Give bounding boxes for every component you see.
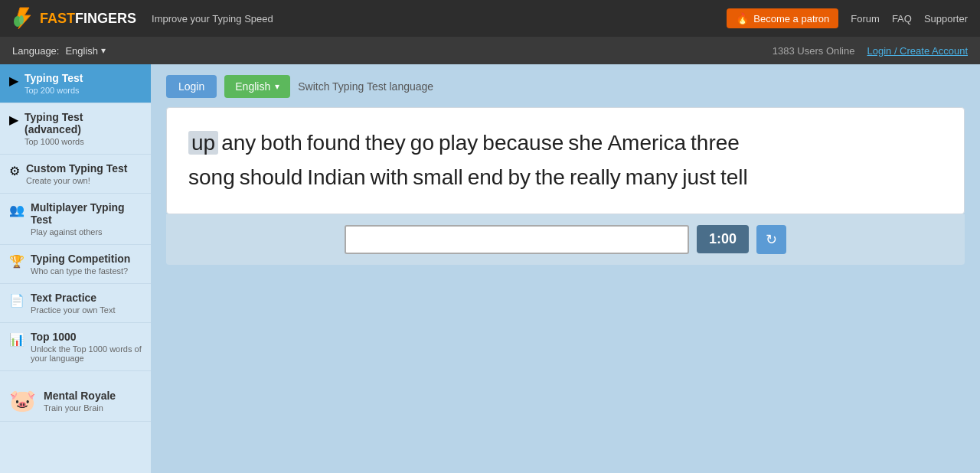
switch-language-label: Switch Typing Test language [298,80,433,93]
sidebar-item-text-practice-title: Text Practice [31,292,142,304]
current-word-highlight: up [188,131,218,155]
language-selector[interactable]: Language: English ▾ [12,45,106,57]
chevron-down-icon: ▾ [101,45,106,56]
play-icon: ▶ [9,73,18,88]
sidebar-item-multiplayer[interactable]: 👥 Multiplayer Typing Test Play against o… [0,194,151,245]
langbar-right: 1383 Users Online Login / Create Account [773,45,968,57]
typing-word: both [260,131,302,155]
sidebar-item-custom-title: Custom Typing Test [26,162,142,175]
typing-word: just [682,165,716,189]
logo-text: FASTFINGERS [40,11,136,27]
english-language-button[interactable]: English ▾ [224,75,290,98]
login-button[interactable]: Login [166,75,217,98]
mental-royale-title: Mental Royale [44,390,116,402]
typing-input[interactable] [345,225,689,254]
sidebar-item-multiplayer-title: Multiplayer Typing Test [31,201,142,226]
faq-link[interactable]: FAQ [892,13,912,24]
multiplayer-icon: 👥 [9,203,24,217]
login-create-account-link[interactable]: Login / Create Account [867,45,968,57]
sidebar-item-advanced-sub: Top 1000 words [24,137,142,146]
sidebar-item-text-practice[interactable]: 📄 Text Practice Practice your own Text [0,284,151,323]
mental-royale-sub: Train your Brain [44,403,116,413]
sidebar-item-typing-test-title: Typing Test [24,72,142,84]
typing-word: America [607,131,686,155]
language-label: Language: [12,45,59,57]
sidebar-item-custom-typing-test[interactable]: ⚙ Custom Typing Test Create your own! [0,155,151,194]
typing-word: many [626,165,678,189]
chevron-down-icon-lang: ▾ [275,81,279,92]
refresh-icon: ↻ [766,231,777,248]
play-icon-2: ▶ [9,113,18,127]
patron-button[interactable]: Become a patron [727,8,838,28]
typing-word: go [410,131,434,155]
content-area: Login English ▾ Switch Typing Test langu… [151,64,980,473]
svg-point-3 [19,15,24,24]
typing-word: three [691,131,740,155]
typing-word: found [307,131,361,155]
timer-display: 1:00 [697,225,749,253]
tagline: Improve your Typing Speed [152,13,273,24]
sidebar-item-competition[interactable]: 🏆 Typing Competition Who can type the fa… [0,245,151,284]
gear-icon: ⚙ [9,164,20,178]
typing-word: she [568,131,603,155]
sidebar-item-competition-sub: Who can type the fastest? [31,266,142,276]
typing-word: song [188,165,235,189]
typing-word: play [439,131,478,155]
sidebar-item-top1000-sub: Unlock the Top 1000 words of your langua… [31,344,142,363]
typing-word: by [508,165,531,189]
sidebar-item-typing-test[interactable]: ▶ Typing Test Top 200 words [0,64,151,103]
sidebar-item-typing-test-advanced[interactable]: ▶ Typing Test (advanced) Top 1000 words [0,103,151,155]
typing-word: really [570,165,621,189]
forum-link[interactable]: Forum [851,13,880,24]
brain-icon: 🐷 [9,388,36,413]
sidebar-item-multiplayer-sub: Play against others [31,227,142,236]
document-icon: 📄 [9,293,24,308]
topbar-right: Become a patron Forum FAQ Supporter [727,8,968,28]
typing-word: should [240,165,303,189]
sidebar-item-custom-sub: Create your own! [26,176,142,185]
sidebar-item-mental-royale[interactable]: 🐷 Mental Royale Train your Brain [0,380,151,422]
typing-word: with [371,165,409,189]
sidebar-item-competition-title: Typing Competition [31,253,142,265]
logo-icon [12,6,37,31]
typing-word: tell [720,165,748,189]
supporter-link[interactable]: Supporter [924,13,968,24]
main-layout: ▶ Typing Test Top 200 words ▶ Typing Tes… [0,64,980,473]
chart-icon: 📊 [9,332,24,347]
sidebar: ▶ Typing Test Top 200 words ▶ Typing Tes… [0,64,151,473]
topbar-left: FASTFINGERS Improve your Typing Speed [12,6,273,31]
typing-word: the [535,165,565,189]
users-online: 1383 Users Online [773,45,855,57]
input-area: 1:00 ↻ [166,214,965,265]
sidebar-item-typing-test-sub: Top 200 words [24,86,142,95]
langbar: Language: English ▾ 1383 Users Online Lo… [0,37,980,64]
typing-word: any [221,131,256,155]
typing-word: end [468,165,504,189]
typing-word: they [365,131,406,155]
sidebar-item-top1000-title: Top 1000 [31,331,142,343]
typing-test-container: upanybothfoundtheygoplaybecausesheAmeric… [166,107,965,265]
reset-button[interactable]: ↻ [756,225,786,254]
sidebar-item-text-practice-sub: Practice your own Text [31,305,142,315]
typing-word: because [482,131,564,155]
trophy-icon: 🏆 [9,254,24,269]
language-value: English [65,45,98,57]
topbar: FASTFINGERS Improve your Typing Speed Be… [0,0,980,37]
button-bar: Login English ▾ Switch Typing Test langu… [166,75,965,98]
sidebar-item-advanced-title: Typing Test (advanced) [24,111,142,135]
typing-word: Indian [307,165,365,189]
logo[interactable]: FASTFINGERS [12,6,136,31]
sidebar-item-top1000[interactable]: 📊 Top 1000 Unlock the Top 1000 words of … [0,323,151,371]
typing-text-display: upanybothfoundtheygoplaybecausesheAmeric… [166,107,965,214]
typing-word: small [413,165,462,189]
